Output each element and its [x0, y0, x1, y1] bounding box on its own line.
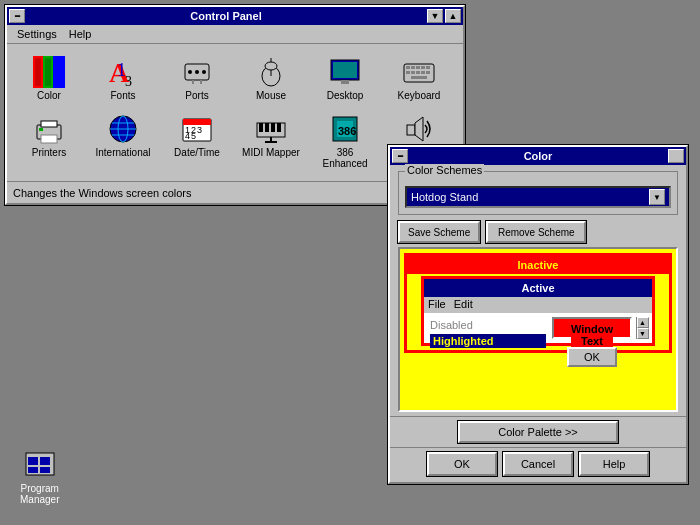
svg-rect-63	[28, 457, 38, 465]
color-icon	[33, 56, 65, 88]
ok-btn[interactable]: OK	[427, 452, 497, 476]
preview-file-menu: File	[428, 298, 446, 312]
preview-content-area: Disabled Highlighted WindowText OK ▲ ▼	[424, 313, 652, 343]
settings-menu[interactable]: Settings	[11, 27, 63, 41]
svg-marker-61	[415, 117, 423, 141]
color-icon-item[interactable]: Color	[15, 52, 83, 105]
svg-rect-2	[53, 56, 65, 88]
svg-point-16	[265, 62, 277, 70]
control-panel-titlebar: ━ Control Panel ▼ ▲	[7, 7, 463, 25]
desktop-icon	[329, 56, 361, 88]
svg-rect-30	[416, 71, 420, 74]
desktop-label: Desktop	[327, 90, 364, 101]
datetime-label: Date/Time	[174, 147, 220, 158]
printers-icon-item[interactable]: Printers	[15, 109, 83, 173]
svg-point-11	[202, 70, 206, 74]
svg-rect-36	[41, 135, 57, 143]
svg-text:386: 386	[338, 125, 356, 137]
svg-rect-60	[407, 125, 415, 135]
fonts-icon-item[interactable]: A 1 3 Fonts	[89, 52, 157, 105]
ports-label: Ports	[185, 90, 208, 101]
midi-label: MIDI Mapper	[242, 147, 300, 158]
color-dialog-close-btn[interactable]	[668, 149, 684, 163]
midi-icon	[255, 113, 287, 145]
svg-rect-66	[40, 467, 50, 473]
svg-rect-29	[411, 71, 415, 74]
ports-icon-item[interactable]: Ports	[163, 52, 231, 105]
color-palette-row: Color Palette >>	[390, 416, 686, 447]
svg-rect-23	[406, 66, 410, 69]
svg-rect-56	[265, 141, 277, 143]
help-menu[interactable]: Help	[63, 27, 98, 41]
scheme-btn-row: Save Scheme Remove Scheme	[398, 221, 678, 243]
inactive-titlebar: Inactive	[407, 256, 669, 274]
save-scheme-btn[interactable]: Save Scheme	[398, 221, 480, 243]
window-text: WindowText	[571, 323, 613, 347]
color-dialog-sys-btn[interactable]: ━	[392, 149, 408, 163]
svg-rect-53	[271, 123, 275, 132]
keyboard-label: Keyboard	[398, 90, 441, 101]
desktop-icon-item[interactable]: Desktop	[311, 52, 379, 105]
active-titlebar: Active	[424, 279, 652, 297]
color-scheme-dropdown[interactable]: Hotdog Stand ▼	[405, 186, 671, 208]
dropdown-arrow-icon: ▼	[649, 189, 665, 205]
svg-rect-51	[259, 123, 263, 132]
color-dialog-titlebar: ━ Color	[390, 147, 686, 165]
highlighted-text: Highlighted	[430, 334, 546, 348]
control-panel-title: Control Panel	[25, 10, 427, 22]
disabled-text: Disabled	[430, 319, 546, 331]
keyboard-icon	[403, 56, 435, 88]
mouse-icon-item[interactable]: Mouse	[237, 52, 305, 105]
selected-scheme-text: Hotdog Stand	[411, 191, 478, 203]
color-schemes-group: Color Schemes Hotdog Stand ▼	[398, 171, 678, 215]
maximize-btn[interactable]: ▲	[445, 9, 461, 23]
preview-right-box: WindowText OK	[552, 317, 632, 339]
scroll-up-btn: ▲	[637, 317, 649, 328]
svg-rect-33	[411, 76, 427, 79]
scroll-down-btn: ▼	[637, 328, 649, 339]
system-menu-btn[interactable]: ━	[9, 9, 25, 23]
color-dialog: ━ Color Color Schemes Hotdog Stand ▼ Sav…	[388, 145, 688, 484]
fonts-icon: A 1 3	[107, 56, 139, 88]
mouse-label: Mouse	[256, 90, 286, 101]
svg-rect-52	[265, 123, 269, 132]
program-manager-label: ProgramManager	[20, 483, 59, 505]
menu-bar: Settings Help	[7, 25, 463, 44]
minimize-btn[interactable]: ▼	[427, 9, 443, 23]
svg-text:3: 3	[125, 74, 132, 88]
svg-rect-54	[277, 123, 281, 132]
sound-icon	[403, 113, 435, 145]
preview-ok-label: OK	[584, 351, 600, 363]
svg-rect-35	[41, 121, 57, 127]
international-icon-item[interactable]: International	[89, 109, 157, 173]
datetime-icon: 1 2 3 4 5	[181, 113, 213, 145]
international-label: International	[95, 147, 150, 158]
remove-scheme-btn[interactable]: Remove Scheme	[486, 221, 586, 243]
mouse-icon	[255, 56, 287, 88]
fonts-label: Fonts	[110, 90, 135, 101]
svg-rect-32	[426, 71, 430, 74]
svg-rect-26	[421, 66, 425, 69]
ports-icon	[181, 56, 213, 88]
color-palette-btn[interactable]: Color Palette >>	[458, 421, 618, 443]
program-manager-icon[interactable]: ProgramManager	[20, 449, 59, 505]
preview-edit-menu: Edit	[454, 298, 473, 312]
svg-rect-4	[45, 58, 51, 86]
cancel-btn[interactable]: Cancel	[503, 452, 573, 476]
svg-rect-28	[406, 71, 410, 74]
svg-point-9	[188, 70, 192, 74]
svg-rect-21	[337, 84, 353, 86]
svg-rect-27	[426, 66, 430, 69]
preview-menubar: File Edit	[424, 297, 652, 313]
active-preview-window: Active File Edit Disabled Highlighted Wi…	[421, 276, 655, 346]
midi-icon-item[interactable]: MIDI Mapper	[237, 109, 305, 173]
svg-rect-25	[416, 66, 420, 69]
enhanced-icon: 386	[329, 113, 361, 145]
datetime-icon-item[interactable]: 1 2 3 4 5 Date/Time	[163, 109, 231, 173]
help-btn[interactable]: Help	[579, 452, 649, 476]
enhanced-icon-item[interactable]: 386 386 Enhanced	[311, 109, 379, 173]
svg-text:3: 3	[197, 125, 202, 135]
keyboard-icon-item[interactable]: Keyboard	[385, 52, 453, 105]
active-title-text: Active	[521, 282, 554, 294]
svg-text:4: 4	[185, 131, 190, 141]
